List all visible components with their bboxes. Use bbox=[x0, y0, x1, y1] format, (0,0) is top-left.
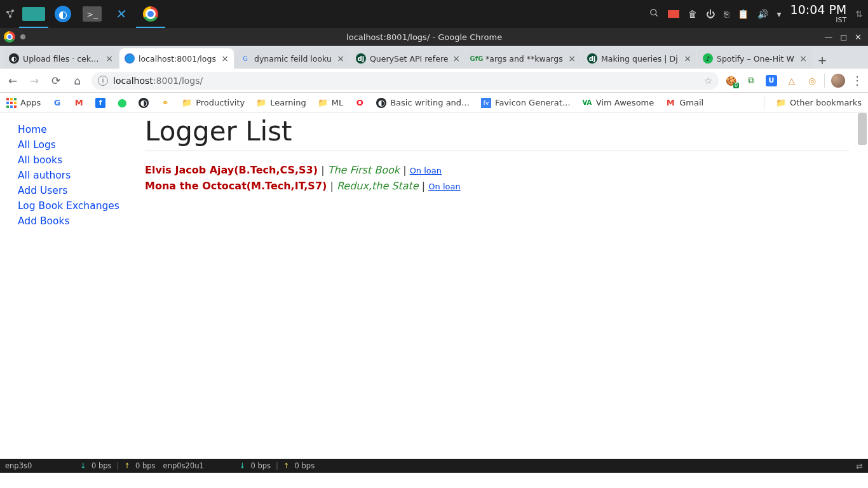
tab-close-icon[interactable]: × bbox=[105, 53, 113, 64]
extensions-area: 🍪0 ⧉ U △ ◎ bbox=[725, 75, 818, 86]
tab-close-icon[interactable]: × bbox=[452, 53, 460, 64]
close-button[interactable]: ✕ bbox=[855, 32, 862, 42]
chrome-menu-button[interactable]: ⋮ bbox=[851, 74, 863, 87]
extension-ublock-icon[interactable]: U bbox=[766, 75, 777, 86]
task-terminal-active[interactable] bbox=[19, 0, 48, 28]
sidebar-item-log-book-exchanges[interactable]: Log Book Exchanges bbox=[18, 198, 127, 214]
separator: | bbox=[321, 164, 327, 176]
bookmark-ml[interactable]: 📁ML bbox=[318, 98, 343, 108]
tab-label: QuerySet API refere bbox=[370, 54, 449, 64]
power-icon[interactable]: ⏻ bbox=[706, 9, 715, 19]
log-status-link[interactable]: On loan bbox=[428, 182, 460, 191]
trash-icon[interactable]: 🗑 bbox=[688, 9, 697, 19]
sidebar-item-home[interactable]: Home bbox=[18, 122, 127, 137]
address-bar[interactable]: i localhost:8001/logs/ ☆ bbox=[92, 72, 719, 90]
other-bookmarks[interactable]: 📁Other bookmarks bbox=[776, 98, 862, 108]
bookmark-link[interactable]: ⚭ bbox=[160, 98, 170, 108]
globe-icon: 🌐 bbox=[125, 53, 135, 64]
tab-localhost-logs[interactable]: 🌐 localhost:8001/logs × bbox=[119, 48, 234, 69]
tab-close-icon[interactable]: × bbox=[337, 53, 344, 64]
sidebar-item-add-books[interactable]: Add Books bbox=[18, 214, 127, 229]
geeksforgeeks-icon: GfG bbox=[471, 53, 482, 64]
profile-avatar[interactable] bbox=[831, 74, 845, 88]
tab-close-icon[interactable]: × bbox=[684, 53, 691, 64]
tab-close-icon[interactable]: × bbox=[221, 53, 229, 64]
log-status-link[interactable]: On loan bbox=[410, 166, 442, 175]
folder-icon: 📁 bbox=[318, 98, 328, 108]
extension-cookie-icon[interactable]: 🍪0 bbox=[725, 75, 736, 86]
bookmark-github[interactable]: ◐ bbox=[139, 98, 149, 108]
apps-icon bbox=[6, 98, 17, 108]
tab-dynamic-field[interactable]: G dynamic feild looku × bbox=[235, 48, 349, 69]
task-chrome[interactable] bbox=[136, 0, 165, 28]
bookmark-vim-awesome[interactable]: VAVim Awesome bbox=[582, 98, 654, 108]
tab-close-icon[interactable]: × bbox=[568, 53, 576, 64]
github-icon: ◐ bbox=[139, 98, 149, 108]
extension-tree-icon[interactable]: ⧉ bbox=[745, 75, 757, 86]
extension-ghost-icon[interactable]: △ bbox=[786, 75, 797, 86]
tab-queryset-api[interactable]: dj QuerySet API refere × bbox=[351, 48, 465, 69]
tab-label: *args and **kwargs bbox=[485, 54, 564, 64]
new-tab-button[interactable]: + bbox=[813, 51, 831, 69]
home-button[interactable]: ⌂ bbox=[70, 74, 85, 87]
paste-icon[interactable]: 📋 bbox=[738, 9, 749, 19]
bookmark-opera[interactable]: O bbox=[355, 98, 365, 108]
battery-icon[interactable] bbox=[668, 10, 679, 18]
task-vscode[interactable]: ✕ bbox=[107, 0, 136, 28]
tab-args-kwargs[interactable]: GfG *args and **kwargs × bbox=[466, 48, 581, 69]
bookmark-learning[interactable]: 📁Learning bbox=[256, 98, 306, 108]
tab-making-queries[interactable]: dj Making queries | Dj × bbox=[582, 48, 696, 69]
tab-label: Upload files · cek-op bbox=[23, 54, 102, 64]
bookmark-apps[interactable]: Apps bbox=[6, 98, 41, 108]
bookmark-favicon-gen[interactable]: fvFavicon Generat… bbox=[481, 98, 571, 108]
bookmark-label: Basic writing and… bbox=[390, 98, 470, 107]
reload-button[interactable]: ⟳ bbox=[48, 74, 64, 87]
bookmark-google[interactable]: G bbox=[52, 98, 62, 108]
sidebar-item-all-authors[interactable]: All authors bbox=[18, 168, 127, 183]
volume-icon[interactable]: 🔊 bbox=[757, 9, 768, 19]
tab-spotify[interactable]: ♪ Spotify – One-Hit W × bbox=[698, 48, 812, 69]
bookmark-facebook[interactable]: f bbox=[95, 98, 105, 108]
panel-toggle-icon[interactable]: ⇄ bbox=[856, 461, 863, 471]
google-icon: G bbox=[240, 53, 250, 64]
bookmark-gmail[interactable]: M bbox=[74, 98, 84, 108]
sidebar-item-all-logs[interactable]: All Logs bbox=[18, 137, 127, 152]
bookmark-basic-writing[interactable]: ◐Basic writing and… bbox=[376, 98, 470, 108]
maximize-button[interactable]: ◻ bbox=[840, 32, 847, 42]
url-text: localhost:8001/logs/ bbox=[113, 76, 203, 86]
network-icon[interactable]: ⇅ bbox=[855, 9, 863, 19]
clipboard-icon[interactable]: ⎘ bbox=[724, 9, 729, 19]
task-browser[interactable]: ◐ bbox=[48, 0, 78, 28]
arrow-down-icon: ↓ bbox=[240, 461, 246, 470]
forward-button: → bbox=[27, 74, 42, 87]
divider bbox=[145, 151, 849, 151]
sidebar-item-all-books[interactable]: All books bbox=[18, 152, 127, 168]
page-viewport: Home All Logs All books All authors Add … bbox=[0, 113, 868, 459]
bookmark-whatsapp[interactable]: ⬤ bbox=[117, 98, 127, 108]
bookmark-star-icon[interactable]: ☆ bbox=[704, 76, 712, 86]
minimize-button[interactable]: — bbox=[824, 32, 832, 42]
tab-close-icon[interactable]: × bbox=[799, 53, 807, 64]
extension-circles-icon[interactable]: ◎ bbox=[806, 75, 818, 86]
google-icon: G bbox=[52, 98, 62, 108]
window-title: localhost:8001/logs/ - Google Chrome bbox=[31, 32, 818, 42]
tab-upload-files[interactable]: ◐ Upload files · cek-op × bbox=[4, 48, 118, 69]
bookmarks-separator bbox=[764, 97, 764, 109]
app-launcher-icon[interactable] bbox=[3, 6, 19, 22]
bookmark-gmail2[interactable]: MGmail bbox=[665, 98, 703, 108]
clock[interactable]: 10:04 PM IST bbox=[790, 4, 847, 24]
scrollbar[interactable] bbox=[858, 113, 867, 145]
dropdown-icon[interactable]: ▾ bbox=[777, 9, 782, 19]
tab-label: Making queries | Dj bbox=[601, 54, 680, 64]
bookmark-label: Learning bbox=[270, 98, 306, 107]
clock-time: 10:04 PM bbox=[790, 4, 847, 17]
gmail-icon: M bbox=[74, 98, 84, 108]
site-info-icon[interactable]: i bbox=[98, 76, 108, 86]
github-icon: ◐ bbox=[376, 98, 386, 108]
back-button[interactable]: ← bbox=[5, 74, 20, 87]
search-icon[interactable] bbox=[649, 8, 659, 20]
bookmark-productivity[interactable]: 📁Productivity bbox=[182, 98, 245, 108]
task-terminal[interactable]: >_ bbox=[78, 0, 107, 28]
spotify-icon: ♪ bbox=[703, 53, 713, 64]
sidebar-item-add-users[interactable]: Add Users bbox=[18, 183, 127, 198]
